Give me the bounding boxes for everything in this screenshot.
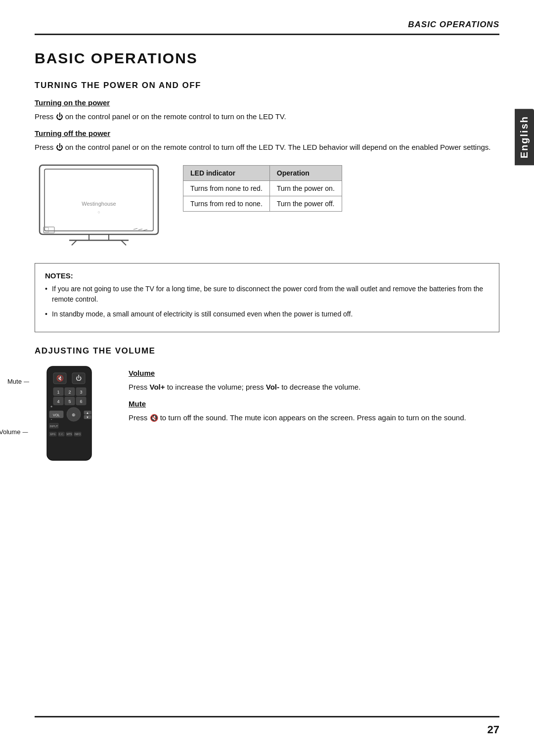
- svg-line-11: [138, 229, 142, 230]
- svg-rect-8: [44, 227, 54, 233]
- svg-line-4: [72, 240, 77, 245]
- svg-text:▲: ▲: [86, 411, 89, 414]
- table-col2-header: Operation: [269, 165, 342, 180]
- sub-heading-volume: Volume: [129, 369, 499, 377]
- bottom-bar: 27: [35, 716, 499, 736]
- table-row1-led: Turns from none to red.: [183, 180, 270, 196]
- section-volume-heading: ADJUSTING THE VOLUME: [35, 346, 499, 356]
- svg-text:INFO: INFO: [75, 433, 81, 436]
- power-icon-on: ⏻: [56, 112, 63, 121]
- section-volume: ADJUSTING THE VOLUME Mute — Volume —: [35, 346, 499, 465]
- mute-arrow: —: [24, 378, 29, 384]
- tv-illustration: Westinghouse ○: [35, 160, 163, 251]
- svg-rect-2: [89, 234, 109, 240]
- table-col1-header: LED indicator: [183, 165, 270, 180]
- svg-text:⊕: ⊕: [72, 412, 76, 417]
- notes-list: If you are not going to use the TV for a…: [45, 284, 489, 320]
- sub-heading-off: Turning off the power: [35, 129, 499, 137]
- svg-text:🔇: 🔇: [56, 374, 64, 382]
- mute-icon: 🔇: [150, 414, 158, 422]
- page-main-title: BASIC OPERATIONS: [35, 50, 499, 67]
- note-item-2: In standby mode, a small amount of elect…: [45, 309, 489, 320]
- para-turning-on: Press ⏻ on the control panel or on the r…: [35, 111, 499, 122]
- sub-heading-mute: Mute: [129, 400, 499, 408]
- svg-text:4: 4: [57, 399, 59, 404]
- svg-text:-: -: [51, 417, 52, 421]
- svg-text:3: 3: [80, 390, 82, 395]
- notes-box: NOTES: If you are not going to use the T…: [35, 263, 499, 332]
- table-row2-led: Turns from red to none.: [183, 196, 270, 211]
- para-volume: Press Vol+ to increase the volume; press…: [129, 381, 499, 393]
- section-power: TURNING THE POWER ON AND OFF Turning on …: [35, 81, 499, 251]
- side-tab-english: English: [515, 109, 534, 165]
- svg-rect-0: [40, 165, 158, 234]
- table-row2-op: Turn the power off.: [269, 196, 342, 211]
- top-header: BASIC OPERATIONS: [35, 20, 499, 35]
- svg-rect-1: [44, 169, 153, 231]
- table-row-2: Turns from red to none. Turn the power o…: [183, 196, 342, 211]
- para-mute: Press 🔇 to turn off the sound. The mute …: [129, 412, 499, 424]
- svg-text:+: +: [50, 404, 53, 409]
- volume-text-block: Volume Press Vol+ to increase the volume…: [129, 364, 499, 431]
- page: BASIC OPERATIONS English BASIC OPERATION…: [0, 0, 534, 756]
- svg-text:MTS: MTS: [67, 433, 72, 436]
- svg-text:1: 1: [57, 390, 59, 395]
- table-row1-op: Turn the power on.: [269, 180, 342, 196]
- svg-text:⏻: ⏻: [76, 375, 82, 382]
- svg-text:Westinghouse: Westinghouse: [82, 201, 116, 207]
- remote-container: Mute — Volume — 🔇: [35, 364, 114, 465]
- svg-line-12: [143, 229, 147, 230]
- section-power-heading: TURNING THE POWER ON AND OFF: [35, 81, 499, 90]
- led-table-container: LED indicator Operation Turns from none …: [183, 160, 342, 212]
- svg-text:5: 5: [68, 399, 71, 404]
- svg-line-10: [134, 228, 137, 229]
- volume-label: Volume: [0, 428, 20, 436]
- svg-text:○: ○: [97, 210, 100, 215]
- sub-heading-on: Turning on the power: [35, 98, 499, 107]
- notes-title: NOTES:: [45, 271, 489, 280]
- svg-text:C.C.: C.C.: [59, 433, 64, 436]
- page-number: 27: [488, 723, 499, 736]
- table-row-1: Turns from none to red. Turn the power o…: [183, 180, 342, 196]
- volume-arrow: —: [22, 429, 28, 435]
- svg-text:VOL: VOL: [53, 413, 60, 417]
- para-turning-off: Press ⏻ on the control panel or on the r…: [35, 141, 499, 153]
- mute-label: Mute: [7, 378, 22, 385]
- note-item-1: If you are not going to use the TV for a…: [45, 284, 489, 305]
- header-title: BASIC OPERATIONS: [408, 20, 499, 30]
- svg-text:EPG: EPG: [50, 433, 56, 436]
- svg-text:INPUT: INPUT: [50, 425, 58, 428]
- led-table: LED indicator Operation Turns from none …: [183, 165, 342, 212]
- svg-text:▼: ▼: [86, 416, 89, 419]
- svg-line-5: [121, 240, 126, 245]
- tv-table-row: Westinghouse ○ LED indicator: [35, 160, 499, 251]
- svg-text:2: 2: [68, 390, 71, 395]
- volume-remote-row: Mute — Volume — 🔇: [35, 364, 499, 465]
- power-icon-off: ⏻: [56, 143, 63, 151]
- svg-text:6: 6: [80, 399, 82, 404]
